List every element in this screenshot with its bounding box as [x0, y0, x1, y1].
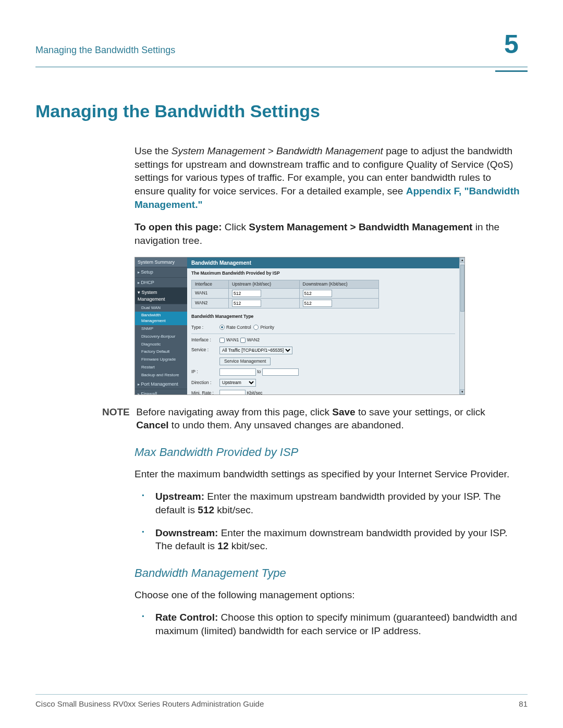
direction-label: Direction : [191, 380, 219, 386]
bullet-upstream: Upstream: Enter the maximum upstream ban… [134, 490, 522, 516]
nav-diagnostic[interactable]: Diagnostic [135, 341, 187, 349]
nav-backup-restore[interactable]: Backup and Restore [135, 372, 187, 379]
row-wan1-label: WAN1 [192, 289, 229, 299]
panel-title: Bandwidth Management [187, 257, 459, 269]
min-rate-unit: Kbit/sec [247, 390, 262, 394]
running-header: Managing the Bandwidth Settings 5 [35, 38, 528, 80]
scroll-thumb[interactable] [460, 265, 464, 312]
nav-discovery[interactable]: Discovery-Bonjour [135, 333, 187, 341]
nav-tree: System Summary Setup DHCP ▾ System Manag… [135, 257, 187, 394]
nav-firmware-upgrade[interactable]: Firmware Upgrade [135, 356, 187, 364]
note-block: NOTE Before navigating away from this pa… [102, 405, 522, 432]
isp-table: Interface Upstream (Kbit/sec) Downstream… [191, 280, 379, 309]
service-management-button[interactable]: Service Management [219, 357, 271, 365]
interface-label: Interface : [191, 337, 219, 343]
th-upstream: Upstream (Kbit/sec) [228, 280, 299, 288]
ip-to-input[interactable] [262, 368, 299, 376]
nav-firewall[interactable]: Firewall [135, 389, 187, 394]
nav-dhcp[interactable]: DHCP [135, 278, 187, 288]
running-header-title: Managing the Bandwidth Settings [35, 38, 528, 56]
type-header: Bandwidth Management Type [187, 312, 459, 322]
wan1-upstream-input[interactable] [232, 290, 261, 297]
intro-paragraph: Use the System Management > Bandwidth Ma… [134, 144, 522, 211]
wan1-downstream-input[interactable] [303, 290, 332, 297]
chk-wan2[interactable] [240, 338, 246, 343]
wan2-upstream-input[interactable] [232, 300, 261, 307]
ip-label: IP : [191, 369, 219, 375]
heading-bw-type: Bandwidth Management Type [134, 565, 522, 581]
nav-dual-wan[interactable]: Dual WAN [135, 304, 187, 312]
scroll-up-icon[interactable]: ▴ [460, 257, 465, 263]
type-label: Type : [191, 325, 219, 330]
heading-max-bandwidth: Max Bandwidth Provided by ISP [134, 445, 522, 460]
chk-wan1[interactable] [219, 338, 225, 343]
note-body: Before navigating away from this page, c… [136, 405, 520, 432]
nav-system-summary[interactable]: System Summary [135, 257, 187, 267]
nav-restart[interactable]: Restart [135, 364, 187, 372]
scroll-down-icon[interactable]: ▾ [460, 389, 465, 394]
wan2-downstream-input[interactable] [303, 300, 332, 307]
radio-priority[interactable] [253, 325, 259, 330]
panel-scrollbar[interactable]: ▴ ▾ [459, 257, 464, 394]
isp-header: The Maximum Bandwidth Provided by ISP [187, 268, 459, 278]
bw-type-intro: Choose one of the following management o… [134, 588, 522, 602]
nav-port-management[interactable]: Port Management [135, 379, 187, 390]
embedded-screenshot: System Summary Setup DHCP ▾ System Manag… [134, 257, 522, 395]
chapter-number: 5 [495, 31, 528, 57]
row-wan2-label: WAN2 [192, 299, 229, 309]
open-page-paragraph: To open this page: Click System Manageme… [134, 220, 522, 247]
ip-to-label: to [257, 369, 261, 375]
page-title: Managing the Bandwidth Settings [35, 100, 528, 124]
ip-from-input[interactable] [219, 368, 256, 376]
direction-select[interactable]: Upstream [219, 379, 256, 387]
chapter-number-box: 5 [495, 31, 528, 69]
min-rate-label: Mini. Rate : [191, 390, 219, 394]
nav-factory-default[interactable]: Factory Default [135, 348, 187, 356]
panel-main: Bandwidth Management The Maximum Bandwid… [187, 257, 459, 394]
radio-rate-control[interactable] [219, 325, 225, 330]
footer-guide-title: Cisco Small Business RV0xx Series Router… [35, 699, 264, 709]
header-divider [35, 67, 528, 67]
bullet-rate-control: Rate Control: Choose this option to spec… [134, 611, 522, 637]
min-rate-input[interactable] [219, 390, 246, 395]
nav-snmp[interactable]: SNMP [135, 325, 187, 333]
bullet-downstream: Downstream: Enter the maximum downstream… [134, 526, 522, 553]
th-downstream: Downstream (Kbit/sec) [299, 280, 378, 288]
radio-rate-control-label: Rate Control [226, 325, 251, 330]
service-select[interactable]: All Traffic [TCP&UDP/1~65535] [219, 347, 292, 354]
max-bandwidth-intro: Enter the maximum bandwidth settings as … [134, 467, 522, 481]
page-footer: Cisco Small Business RV0xx Series Router… [35, 694, 528, 709]
nav-system-management[interactable]: ▾ System Management [135, 288, 187, 304]
nav-bandwidth-management[interactable]: Bandwidth Management [135, 312, 187, 325]
radio-priority-label: Priority [260, 325, 274, 330]
service-label: Service : [191, 347, 219, 353]
note-label: NOTE [102, 405, 133, 419]
th-interface: Interface [192, 280, 229, 288]
footer-page-number: 81 [519, 699, 528, 709]
nav-setup[interactable]: Setup [135, 267, 187, 278]
